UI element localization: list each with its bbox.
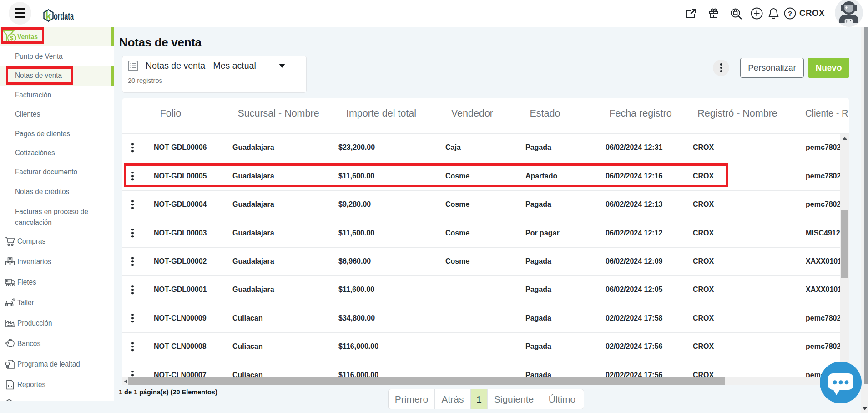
- svg-text:?: ?: [788, 10, 792, 17]
- svg-text:ordata: ordata: [54, 10, 74, 22]
- svg-text:k: k: [45, 9, 52, 22]
